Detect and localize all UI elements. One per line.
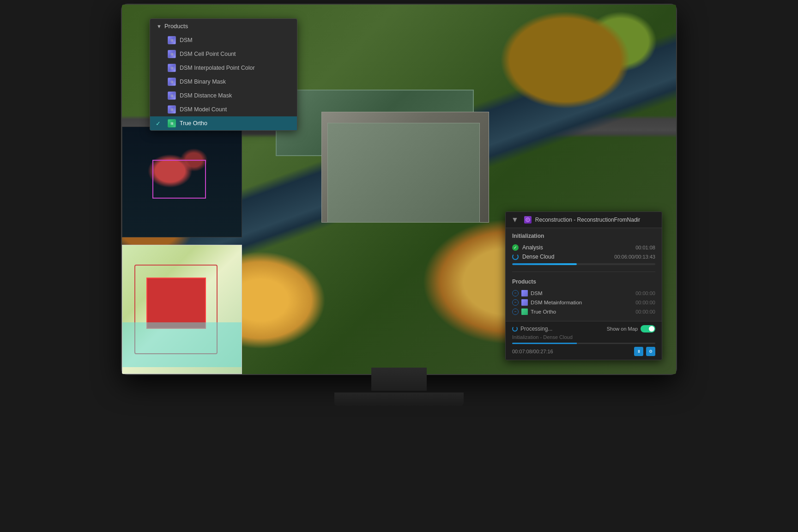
product-true-ortho-time: 00:00:00 — [635, 309, 655, 314]
product-dsm-time: 00:00:00 — [635, 290, 655, 296]
dsm-label: DSM — [180, 37, 193, 43]
pause-button[interactable]: ⏸ — [634, 347, 643, 356]
screen-content: ▼ Products ⊞ DSM ⊞ DSM Cell Point Count — [122, 5, 676, 374]
panel-title: Reconstruction - ReconstructionFromNadir — [535, 217, 640, 223]
dense-cloud-label: Dense Cloud — [522, 254, 554, 260]
dsm-binary-label: DSM Binary Mask — [180, 79, 226, 85]
svg-point-1 — [527, 219, 529, 221]
processing-status-row: Processing... Show on Map — [512, 325, 655, 332]
product-dsm-label: DSM — [531, 290, 543, 296]
processing-subtitle: Initialization - Dense Cloud — [512, 334, 655, 340]
processing-spinner — [512, 326, 518, 332]
initialization-label: Initialization — [512, 233, 655, 239]
dsm-model-label: DSM Model Count — [180, 106, 227, 113]
product-dsm-row: DSM 00:00:00 — [512, 289, 655, 298]
dropdown-item-true-ortho[interactable]: ✓ ⊞ True Ortho — [150, 116, 297, 130]
dsm-interp-label: DSM Interpolated Point Color — [180, 65, 255, 71]
dropdown-item-dsm-binary[interactable]: ⊞ DSM Binary Mask — [150, 75, 297, 89]
clock-icon-dsm-meta — [512, 299, 519, 306]
toggle-knob — [649, 326, 654, 332]
product-icon-true-ortho — [521, 308, 528, 315]
dsm-icon: ⊞ — [168, 36, 176, 44]
analysis-row: ✓ Analysis 00:01:08 — [512, 243, 655, 252]
monitor-stand — [334, 368, 464, 406]
panel-title-icon — [524, 216, 532, 224]
panel-title-bar: ▼ Reconstruction - ReconstructionFromNad… — [506, 212, 662, 228]
map-cyan-area — [122, 322, 242, 367]
dsm-cell-label: DSM Cell Point Count — [180, 51, 236, 57]
panel-infrared — [122, 127, 242, 237]
product-true-ortho-label: True Ortho — [531, 309, 556, 314]
product-dsm-meta-row: DSM Metainformation 00:00:00 — [512, 298, 655, 307]
dropdown-item-dsm[interactable]: ⊞ DSM — [150, 33, 297, 47]
dsm-distance-label: DSM Distance Mask — [180, 92, 232, 99]
product-icon-dsm — [521, 290, 528, 296]
clock-icon-true-ortho — [512, 308, 519, 315]
dense-cloud-time: 00:06:00/00:13:43 — [614, 254, 655, 260]
processing-footer: Processing... Show on Map Initialization… — [506, 321, 662, 360]
check-mark: ✓ — [156, 120, 162, 127]
dsm-cell-icon: ⊞ — [168, 50, 176, 58]
dsm-distance-icon: ⊞ — [168, 91, 176, 100]
dense-cloud-progress-fill — [512, 263, 577, 265]
analysis-check: ✓ — [512, 244, 519, 251]
left-panels — [122, 127, 242, 374]
processing-text: Processing... — [520, 326, 552, 332]
section-divider — [512, 272, 655, 272]
dsm-model-icon: ⊞ — [168, 105, 176, 114]
stand-neck — [371, 368, 427, 391]
dropdown-title: Products — [164, 23, 188, 30]
processing-panel: ▼ Reconstruction - ReconstructionFromNad… — [505, 212, 662, 360]
dense-cloud-row: Dense Cloud 00:06:00/00:13:43 — [512, 252, 655, 261]
dense-cloud-spinner — [512, 254, 519, 260]
dropdown-item-dsm-cell[interactable]: ⊞ DSM Cell Point Count — [150, 47, 297, 61]
product-true-ortho-row: True Ortho 00:00:00 — [512, 307, 655, 316]
monitor-outer: ▼ Products ⊞ DSM ⊞ DSM Cell Point Count — [122, 5, 676, 374]
true-ortho-label: True Ortho — [180, 120, 207, 127]
product-dsm-meta-label: DSM Metainformation — [531, 300, 582, 305]
dropdown-item-dsm-distance[interactable]: ⊞ DSM Distance Mask — [150, 89, 297, 103]
footer-time-row: 00:07:08/00:27:16 ⏸ ⚙ — [512, 347, 655, 356]
dropdown-header: ▼ Products — [150, 19, 297, 33]
dropdown-item-dsm-model[interactable]: ⊞ DSM Model Count — [150, 103, 297, 116]
settings-button[interactable]: ⚙ — [646, 347, 655, 356]
footer-timer: 00:07:08/00:27:16 — [512, 349, 553, 354]
screen: ▼ Products ⊞ DSM ⊞ DSM Cell Point Count — [122, 5, 676, 374]
dsm-interp-icon: ⊞ — [168, 64, 176, 72]
stand-base — [334, 393, 464, 406]
analysis-time: 00:01:08 — [635, 245, 655, 250]
products-section-label: Products — [512, 278, 655, 285]
panel-arrow[interactable]: ▼ — [511, 216, 519, 224]
analysis-label: Analysis — [522, 244, 543, 251]
true-ortho-icon: ⊞ — [168, 119, 176, 127]
map-red-box — [146, 278, 206, 329]
dsm-binary-icon: ⊞ — [168, 78, 176, 86]
product-icon-dsm-meta — [521, 299, 528, 306]
products-dropdown: ▼ Products ⊞ DSM ⊞ DSM Cell Point Count — [150, 18, 297, 131]
processing-label-row: Processing... — [512, 326, 552, 332]
building-roof — [327, 123, 480, 223]
panel-purple-outline — [152, 160, 206, 198]
dropdown-item-dsm-interp[interactable]: ⊞ DSM Interpolated Point Color — [150, 61, 297, 75]
panel-map — [122, 245, 242, 374]
show-on-map-toggle[interactable] — [641, 325, 655, 332]
footer-actions: ⏸ ⚙ — [634, 347, 655, 356]
product-dsm-meta-time: 00:00:00 — [635, 300, 655, 305]
initialization-section: Initialization ✓ Analysis 00:01:08 — [506, 228, 662, 270]
show-on-map[interactable]: Show on Map — [607, 325, 655, 332]
footer-progress-bar — [512, 343, 655, 344]
clock-icon-dsm — [512, 290, 519, 296]
collapse-arrow[interactable]: ▼ — [157, 24, 162, 29]
monitor-frame: ▼ Products ⊞ DSM ⊞ DSM Cell Point Count — [131, 14, 667, 365]
products-section: Products DSM 00:00:00 — [506, 274, 662, 321]
dense-cloud-progress-bar — [512, 263, 655, 265]
scene: ▼ Products ⊞ DSM ⊞ DSM Cell Point Count — [0, 0, 798, 532]
footer-progress-fill — [512, 343, 577, 344]
show-on-map-label: Show on Map — [607, 326, 638, 332]
